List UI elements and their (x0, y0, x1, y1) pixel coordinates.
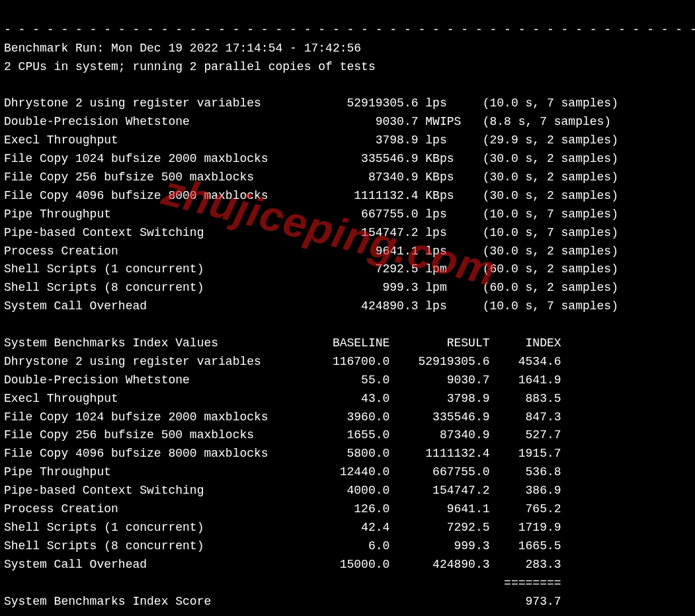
index-block: System Benchmarks Index Values BASELINE … (4, 336, 561, 571)
benchmark-run-line: Benchmark Run: Mon Dec 19 2022 17:14:54 … (4, 42, 361, 55)
separator-line: - - - - - - - - - - - - - - - - - - - - … (4, 23, 695, 36)
cpu-info-line: 2 CPUs in system; running 2 parallel cop… (4, 60, 376, 73)
tests-block: Dhrystone 2 using register variables 529… (4, 96, 618, 313)
score-divider-line: ======== (4, 576, 561, 590)
index-score-line: System Benchmarks Index Score 973.7 (4, 595, 561, 608)
terminal-output: - - - - - - - - - - - - - - - - - - - - … (0, 0, 695, 616)
